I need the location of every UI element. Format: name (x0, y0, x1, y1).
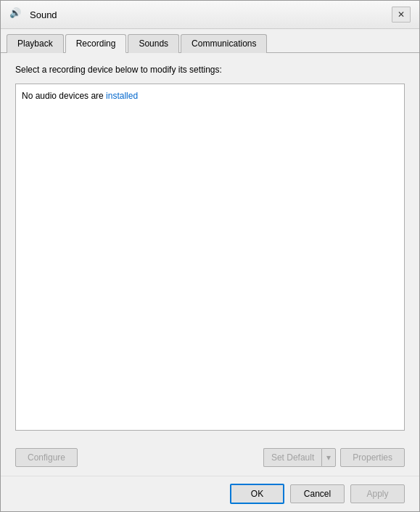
tab-playback[interactable]: Playback (7, 34, 64, 53)
apply-button[interactable]: Apply (350, 484, 405, 503)
footer: OK Cancel Apply (1, 476, 419, 511)
no-devices-message: No audio devices are installed (22, 91, 138, 101)
cancel-button[interactable]: Cancel (290, 484, 345, 503)
device-list: No audio devices are installed (15, 84, 405, 431)
tab-communications[interactable]: Communications (181, 34, 267, 53)
title-bar: 🔊 Sound ✕ (1, 1, 419, 29)
set-default-arrow-button[interactable]: ▾ (321, 448, 336, 467)
right-buttons: Set Default ▾ Properties (263, 448, 405, 467)
no-devices-installed: installed (106, 91, 138, 101)
bottom-buttons-left: Configure (15, 448, 78, 467)
no-devices-text-part1: No audio devices are (22, 91, 106, 101)
properties-button[interactable]: Properties (340, 448, 405, 467)
set-default-group: Set Default ▾ (263, 448, 336, 467)
set-default-button[interactable]: Set Default (263, 448, 321, 467)
instruction-text: Select a recording device below to modif… (15, 65, 405, 75)
sound-icon: 🔊 (9, 7, 24, 22)
title-bar-left: 🔊 Sound (9, 7, 57, 22)
tab-sounds[interactable]: Sounds (128, 34, 179, 53)
close-button[interactable]: ✕ (392, 7, 411, 23)
bottom-buttons: Configure Set Default ▾ Properties (1, 442, 419, 476)
tab-recording[interactable]: Recording (65, 34, 127, 53)
sound-dialog: 🔊 Sound ✕ Playback Recording Sounds Comm… (0, 0, 420, 512)
ok-button[interactable]: OK (230, 484, 284, 504)
tabs-bar: Playback Recording Sounds Communications (1, 29, 419, 53)
dialog-title: Sound (30, 9, 57, 20)
tab-content: Select a recording device below to modif… (1, 53, 419, 442)
configure-button[interactable]: Configure (15, 448, 78, 467)
